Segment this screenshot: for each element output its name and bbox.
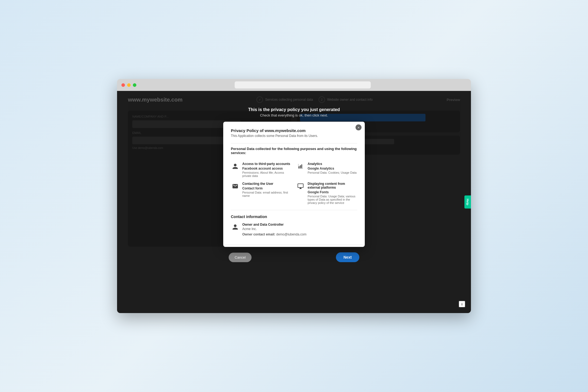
service-desc-fonts: Personal Data: Usage Data; various types…: [308, 195, 357, 204]
modal-action-buttons: Cancel Next: [223, 252, 365, 262]
envelope-icon: [231, 182, 240, 191]
service-category-facebook: Access to third-party accounts: [242, 162, 292, 166]
overlay-title: This is the privacy policy you just gene…: [248, 107, 340, 112]
service-desc-contact: Personal Data: email address; first name: [242, 191, 292, 197]
service-item-fonts: Displaying content from external platfor…: [296, 182, 357, 204]
browser-window: www.mywebsite.com ✓ Services collecting …: [117, 79, 471, 313]
modal-title: Privacy Policy of www.mywebsite.com: [231, 128, 357, 133]
next-button[interactable]: Next: [336, 252, 359, 262]
service-info-fonts: Displaying content from external platfor…: [308, 182, 357, 204]
owner-title: Owner and Data Controller: [242, 223, 307, 226]
svg-rect-1: [300, 165, 301, 168]
owner-info: Owner and Data Controller Acme Inc. Owne…: [242, 223, 307, 236]
service-item-analytics: Analytics Google Analytics Personal Data…: [296, 162, 357, 177]
svg-rect-2: [301, 164, 302, 168]
service-name-analytics: Google Analytics: [308, 167, 357, 170]
url-bar[interactable]: [235, 81, 371, 88]
contact-title: Contact information: [231, 215, 357, 219]
browser-content: www.mywebsite.com ✓ Services collecting …: [117, 91, 471, 313]
contact-section: Contact information Owner and Data Contr…: [231, 210, 357, 236]
close-window-button[interactable]: [121, 83, 125, 87]
service-info-analytics: Analytics Google Analytics Personal Data…: [308, 162, 357, 174]
privacy-policy-modal: × Privacy Policy of www.mywebsite.com Th…: [223, 122, 365, 247]
service-desc-facebook: Permissions: About Me; Access private da…: [242, 171, 292, 177]
owner-email: Owner contact email: demo@iubenda.com: [242, 232, 307, 236]
services-grid: Access to third-party accounts Facebook …: [231, 162, 357, 204]
info-badge[interactable]: i: [458, 301, 465, 308]
maximize-window-button[interactable]: [133, 83, 136, 87]
services-section-header: Personal Data collected for the followin…: [231, 143, 357, 159]
service-category-analytics: Analytics: [308, 162, 357, 166]
modal-title-prefix: Privacy Policy of: [231, 128, 265, 133]
person-icon: [231, 162, 240, 171]
service-item-facebook: Access to third-party accounts Facebook …: [231, 162, 292, 177]
service-item-contact: Contacting the User Contact form Persona…: [231, 182, 292, 204]
email-label: Owner contact email:: [242, 232, 275, 236]
service-info-facebook: Access to third-party accounts Facebook …: [242, 162, 292, 177]
cancel-button[interactable]: Cancel: [229, 253, 252, 262]
owner-company: Acme Inc.: [242, 227, 307, 231]
service-desc-analytics: Personal Data: Cookies; Usage Data: [308, 171, 357, 174]
service-category-fonts: Displaying content from external platfor…: [308, 182, 357, 189]
contact-owner: Owner and Data Controller Acme Inc. Owne…: [231, 223, 357, 236]
service-name-facebook: Facebook account access: [242, 167, 292, 170]
overlay-subtitle: Check that everything is ok, then click …: [260, 113, 328, 117]
service-name-contact: Contact form: [242, 186, 292, 190]
display-icon: [296, 182, 305, 191]
modal-close-button[interactable]: ×: [356, 124, 362, 130]
modal-subtitle: This Application collects some Personal …: [231, 134, 357, 138]
minimize-window-button[interactable]: [127, 83, 131, 87]
svg-rect-0: [299, 166, 299, 168]
owner-person-icon: [231, 223, 240, 231]
modal-footer: Latest update: October 09, 2020 iubenda …: [223, 244, 365, 247]
help-tab[interactable]: Help: [464, 195, 471, 209]
chart-icon: [296, 162, 305, 171]
modal-overlay: This is the privacy policy you just gene…: [117, 91, 471, 313]
email-value: demo@iubenda.com: [276, 232, 307, 236]
browser-titlebar: [117, 79, 471, 91]
modal-site-name: www.mywebsite.com: [265, 128, 305, 133]
modal-body: Privacy Policy of www.mywebsite.com This…: [223, 122, 365, 244]
service-category-contact: Contacting the User: [242, 182, 292, 186]
service-name-fonts: Google Fonts: [308, 190, 357, 194]
service-info-contact: Contacting the User Contact form Persona…: [242, 182, 292, 197]
